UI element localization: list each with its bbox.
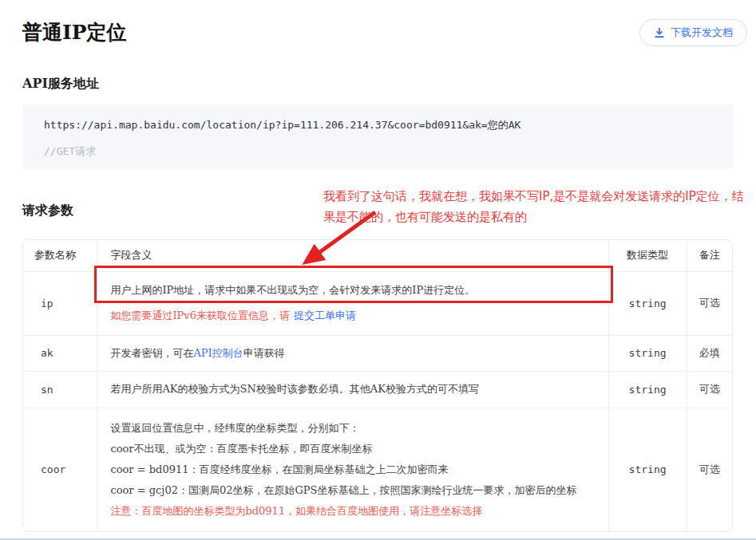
page-title: 普通IP定位	[22, 20, 733, 45]
handwritten-annotation: 我看到了这句话，我就在想，我如果不写IP,是不是就会对发送请求的IP定位，结果是…	[323, 186, 746, 227]
ip-description: 用户上网的IP地址，请求中如果不出现或为空，会针对发来请求的IP进行定位。	[110, 283, 600, 298]
param-note: 可选	[687, 371, 732, 408]
table-row-sn: sn 若用户所用AK的校验方式为SN校验时该参数必填。其他AK校验方式的可不填写…	[23, 371, 732, 408]
download-doc-label: 下载开发文档	[671, 26, 733, 40]
api-url: https://api.map.baidu.com/location/ip?ip…	[44, 117, 717, 133]
param-note: 可选	[687, 271, 732, 335]
param-type: string	[608, 335, 687, 371]
table-row-coor: coor 设置返回位置信息中，经纬度的坐标类型，分别如下： coor不出现、或为…	[23, 408, 732, 531]
request-params-table: 参数名称 字段含义 数据类型 备注 ip 用户上网的IP地址，请求中如果不出现或…	[22, 239, 733, 532]
api-url-comment: //GET请求	[44, 144, 717, 160]
api-url-code-box: https://api.map.baidu.com/location/ip?ip…	[22, 104, 733, 169]
submit-ticket-link[interactable]: 提交工单申请	[294, 309, 356, 321]
ak-desc-suffix: 申请获得	[243, 347, 285, 359]
coor-line-2: coor不出现、或为空：百度墨卡托坐标，即百度米制坐标	[110, 439, 600, 459]
download-icon	[654, 27, 665, 38]
col-header-param: 参数名称	[23, 240, 97, 271]
coor-line-3: coor = bd0911：百度经纬度坐标，在国测局坐标基础之上二次加密而来	[110, 459, 600, 480]
col-header-meaning: 字段含义	[97, 240, 608, 271]
coor-line-4: coor = gcj02：国测局02坐标，在原始GPS坐标基础上，按照国家测绘行…	[110, 480, 600, 501]
param-name: ak	[23, 335, 97, 371]
table-row-ip: ip 用户上网的IP地址，请求中如果不出现或为空，会针对发来请求的IP进行定位。…	[23, 271, 732, 335]
param-desc-cell: 设置返回位置信息中，经纬度的坐标类型，分别如下： coor不出现、或为空：百度墨…	[97, 408, 608, 531]
param-type: string	[608, 408, 687, 531]
param-note: 可选	[687, 408, 732, 531]
param-desc-cell: 若用户所用AK的校验方式为SN校验时该参数必填。其他AK校验方式的可不填写	[97, 371, 608, 408]
param-desc-cell: 开发者密钥，可在API控制台申请获得	[97, 335, 608, 371]
api-console-link[interactable]: API控制台	[193, 347, 243, 359]
col-header-type: 数据类型	[608, 240, 687, 271]
ip-ipv6-note: 如您需要通过IPv6来获取位置信息，请提交工单申请	[110, 309, 600, 323]
param-desc-cell: 用户上网的IP地址，请求中如果不出现或为空，会针对发来请求的IP进行定位。 如您…	[97, 271, 608, 335]
download-doc-button[interactable]: 下载开发文档	[639, 19, 747, 46]
ip-ipv6-note-text: 如您需要通过IPv6来获取位置信息，请	[110, 309, 290, 321]
param-name: ip	[23, 271, 97, 335]
param-name: sn	[23, 371, 97, 408]
api-service-heading: API服务地址	[22, 76, 733, 91]
table-header-row: 参数名称 字段含义 数据类型 备注	[23, 240, 732, 271]
table-row-ak: ak 开发者密钥，可在API控制台申请获得 string 必填	[23, 335, 732, 371]
param-note: 必填	[687, 335, 732, 371]
ak-desc-prefix: 开发者密钥，可在	[110, 347, 193, 359]
coor-line-1: 设置返回位置信息中，经纬度的坐标类型，分别如下：	[110, 418, 600, 439]
param-type: string	[608, 271, 687, 335]
col-header-note: 备注	[687, 240, 732, 271]
doc-page: 普通IP定位 下载开发文档 API服务地址 https://api.map.ba…	[0, 20, 756, 532]
param-name: coor	[23, 408, 97, 531]
coor-red-note: 注意：百度地图的坐标类型为bd0911，如果结合百度地图使用，请注意坐标选择	[110, 501, 600, 522]
param-type: string	[608, 371, 687, 408]
